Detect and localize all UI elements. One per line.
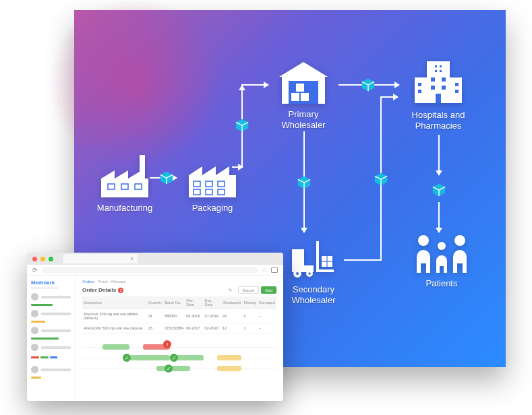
arrow bbox=[241, 84, 268, 86]
export-button[interactable]: Export bbox=[238, 286, 259, 294]
sidebar-person[interactable] bbox=[31, 310, 71, 317]
arrow bbox=[438, 202, 440, 232]
svg-rect-43 bbox=[431, 86, 435, 90]
svg-rect-49 bbox=[455, 90, 459, 93]
forklift-icon bbox=[288, 236, 339, 280]
table-header: Exp. Date bbox=[204, 296, 221, 309]
check-icon: ✓ bbox=[165, 364, 173, 373]
svg-point-33 bbox=[296, 272, 299, 275]
hospital-icon bbox=[411, 57, 466, 106]
breadcrumb: Orders Track Manage bbox=[82, 280, 276, 284]
arrow-segment bbox=[232, 166, 243, 168]
star-icon[interactable]: ☆ bbox=[262, 267, 267, 274]
table-header: Missing bbox=[242, 296, 258, 309]
orders-table: DescriptionQuantityBatch No.Man. DateExp… bbox=[82, 296, 276, 333]
sidebar-person[interactable] bbox=[31, 366, 71, 373]
svg-rect-4 bbox=[140, 155, 145, 179]
node-packaging: Packaging bbox=[179, 152, 246, 214]
maximize-dot[interactable] bbox=[49, 257, 53, 261]
address-bar: ⟳ ☆ bbox=[27, 265, 283, 276]
svg-rect-47 bbox=[418, 90, 421, 93]
node-label: Secondary Wholesaler bbox=[276, 284, 351, 305]
svg-marker-11 bbox=[216, 166, 229, 175]
node-label: Packaging bbox=[179, 203, 246, 214]
package-icon bbox=[374, 172, 388, 187]
package-icon bbox=[432, 183, 446, 197]
minimize-dot[interactable] bbox=[40, 257, 45, 261]
node-hospitals: Hospitals and Pharmacies bbox=[394, 57, 482, 131]
check-icon: ✓ bbox=[123, 354, 131, 362]
reload-icon[interactable]: ⟳ bbox=[32, 267, 38, 274]
table-header: Batch No. bbox=[163, 296, 185, 309]
node-secondary-wholesaler: Secondary Wholesaler bbox=[276, 236, 351, 305]
check-icon: ✓ bbox=[170, 354, 178, 362]
svg-marker-18 bbox=[279, 62, 328, 77]
arrow-segment bbox=[344, 259, 380, 261]
app-sidebar: Medmark bbox=[27, 276, 76, 401]
table-header: Damaged bbox=[258, 296, 276, 309]
sidebar-person[interactable] bbox=[31, 344, 71, 351]
browser-tab[interactable]: × bbox=[63, 254, 138, 263]
svg-rect-22 bbox=[301, 93, 309, 101]
app-main: Orders Track Manage Order Details 2 ✎ Ex… bbox=[76, 276, 283, 401]
timeline-chart: ✓ ! ✓ ✓ bbox=[82, 343, 276, 379]
arrow bbox=[380, 96, 398, 98]
sidebar-person[interactable] bbox=[31, 327, 71, 334]
close-dot[interactable] bbox=[32, 257, 37, 261]
svg-point-52 bbox=[438, 242, 446, 250]
factory-icon bbox=[98, 152, 152, 199]
add-button[interactable]: Add bbox=[261, 286, 276, 294]
table-header: Man. Date bbox=[185, 296, 203, 309]
svg-rect-41 bbox=[431, 77, 435, 82]
package-icon bbox=[159, 170, 174, 185]
svg-rect-24 bbox=[292, 249, 304, 265]
table-header: Description bbox=[82, 296, 147, 309]
svg-marker-2 bbox=[115, 170, 128, 179]
svg-marker-9 bbox=[189, 166, 202, 175]
factory-icon bbox=[185, 152, 239, 199]
brand-logo: Medmark bbox=[31, 280, 71, 286]
table-row[interactable]: Amoxicillin 500 mg oral use capsule15115… bbox=[82, 323, 276, 333]
edit-button[interactable]: ✎ bbox=[225, 286, 236, 294]
node-patients: Patients bbox=[405, 232, 479, 289]
svg-rect-48 bbox=[455, 83, 459, 86]
alert-icon: ! bbox=[163, 340, 171, 348]
node-label: Primary Wholesaler bbox=[266, 109, 341, 130]
node-label: Manufacturing bbox=[88, 203, 162, 214]
page-title: Order Details bbox=[82, 287, 116, 293]
svg-rect-27 bbox=[316, 269, 334, 272]
svg-marker-1 bbox=[101, 170, 115, 179]
node-label: Patients bbox=[405, 278, 479, 289]
svg-rect-21 bbox=[291, 93, 299, 101]
package-icon bbox=[361, 77, 376, 92]
cast-icon[interactable] bbox=[271, 267, 278, 273]
table-header: Checkpoint bbox=[221, 296, 243, 309]
table-row[interactable]: Acyclovir 200 mg oral use tablets (blist… bbox=[82, 309, 276, 323]
svg-rect-45 bbox=[436, 94, 441, 103]
node-manufacturing: Manufacturing bbox=[88, 152, 162, 214]
package-icon bbox=[297, 175, 312, 190]
url-input[interactable] bbox=[42, 267, 258, 274]
svg-rect-42 bbox=[442, 77, 446, 82]
svg-marker-10 bbox=[202, 166, 216, 175]
svg-rect-26 bbox=[316, 241, 319, 271]
node-primary-wholesaler: Primary Wholesaler bbox=[266, 61, 341, 130]
svg-point-50 bbox=[418, 235, 429, 246]
warehouse-icon bbox=[276, 61, 330, 105]
people-icon bbox=[411, 232, 472, 274]
arrow bbox=[438, 135, 440, 175]
browser-window: × ⟳ ☆ Medmark Orders Track Manage bbox=[27, 253, 283, 401]
package-icon bbox=[235, 118, 249, 133]
svg-point-34 bbox=[308, 272, 311, 275]
node-label: Hospitals and Pharmacies bbox=[394, 110, 482, 131]
svg-rect-44 bbox=[442, 86, 446, 90]
svg-point-51 bbox=[454, 235, 465, 246]
svg-rect-40 bbox=[434, 67, 443, 70]
browser-tabbar: × bbox=[27, 253, 283, 265]
sidebar-person[interactable] bbox=[31, 293, 71, 300]
notification-badge: 2 bbox=[118, 288, 123, 293]
svg-rect-23 bbox=[296, 84, 304, 92]
svg-rect-46 bbox=[418, 83, 421, 86]
table-header: Quantity bbox=[147, 296, 163, 309]
